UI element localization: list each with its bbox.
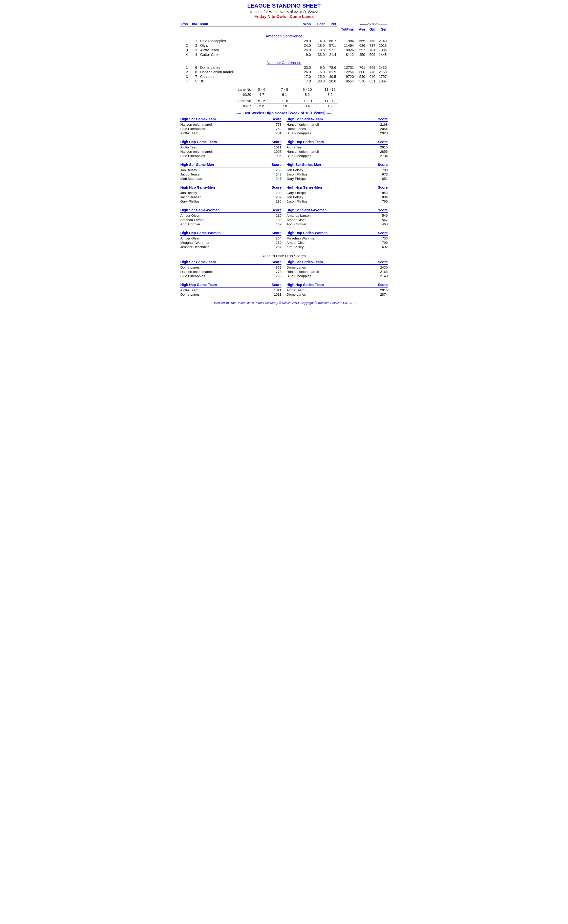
score-block-header: High Hcp Series-TeamScore: [287, 140, 388, 145]
score-label: Score: [378, 283, 388, 287]
player-name: Jacob Jensen: [180, 195, 269, 199]
player-score: 257: [269, 245, 281, 249]
score-entry-row: April Cormier463: [287, 222, 388, 226]
player-name: Hansen onion martell: [287, 123, 375, 127]
col-gm: Gm: [366, 27, 376, 32]
score-label: Score: [272, 185, 281, 189]
player-score: 2734: [375, 154, 388, 158]
team-tm: 4: [189, 52, 198, 57]
player-name: Jon Belsey: [287, 168, 375, 172]
score-entry-row: Jon Belsey290: [180, 191, 281, 195]
player-name: Jon Belsey: [180, 168, 269, 172]
player-score: 2874: [375, 293, 388, 296]
score-label: Score: [378, 208, 388, 212]
team-totpins: 8654: [337, 79, 355, 83]
score-label: Score: [272, 283, 281, 287]
score-entry-row: Gary Phillips843: [287, 191, 388, 195]
player-score: 248: [269, 172, 281, 176]
team-won: 33.0: [298, 65, 312, 70]
last-week-title: ---- Last Week's High Scores (Week of 10…: [180, 111, 388, 115]
score-category-title: High Hcp Series-Men: [287, 185, 322, 189]
lane-col-value: 3 4: [300, 104, 315, 108]
score-entry-row: Blue Pineapples996: [180, 154, 281, 158]
score-category-row: High Hcp Game-TeamScoreAlotta Team1011Ha…: [180, 140, 388, 159]
lane-col-value: 11 - 12: [322, 88, 338, 92]
lane-col-value: 11 - 12: [322, 99, 338, 103]
score-category-title: High Hcp Game-Men: [180, 185, 215, 189]
lane-col-value: 5 - 6: [254, 99, 269, 103]
team-won: 28.0: [298, 39, 312, 43]
lane-col-value: 9 - 10: [300, 88, 315, 92]
score-category-title: High Scr Game-Women: [180, 208, 219, 212]
score-block: High Scr Series-WomenScoreAmanda Larson5…: [287, 208, 388, 226]
team-pct: 66.7: [326, 39, 337, 43]
score-category-row: High Scr Game-MenScoreJon Belsey258Jacob…: [180, 163, 388, 182]
score-block-header: High Scr Series-MenScore: [287, 163, 388, 168]
score-block-header: High Scr Series-TeamScore: [287, 260, 388, 265]
score-entry-row: Alotta Team1011: [180, 145, 281, 149]
score-entry-row: Jennifer Deschaine257: [180, 245, 281, 249]
score-entry-row: Amber Olsen547: [287, 218, 388, 222]
team-ave: 450: [355, 52, 366, 57]
team-lost: 33.0: [312, 52, 326, 57]
team-ave: 576: [355, 79, 366, 83]
score-block: High Scr Game-TeamScoreDome Lanes869Hans…: [180, 260, 281, 278]
score-entry-row: Hansen onion martell2168: [287, 270, 388, 274]
score-block-header: High Hcp Game-TeamScore: [180, 283, 281, 287]
table-row: 1 1 Blue Pineapples 28.0 14.0 66.7 11984…: [180, 39, 388, 43]
player-name: Blue Pineapples: [180, 274, 269, 278]
col-tm: Tm#: [189, 21, 198, 27]
col-pct: Pct: [326, 21, 337, 27]
team-won: 24.0: [298, 48, 312, 52]
team-gm: 651: [366, 79, 376, 83]
lane-col-value: 4 7: [254, 92, 269, 97]
score-block-header: High Hcp Series-WomenScore: [287, 231, 388, 236]
team-tm: 2: [189, 43, 198, 48]
score-category-row: High Scr Game-TeamScoreDome Lanes869Hans…: [180, 260, 388, 279]
player-score: 2020: [375, 131, 388, 135]
team-name: Alotta Team: [198, 48, 298, 52]
team-pct: 57.1: [326, 43, 337, 48]
team-won: 26.0: [298, 70, 312, 74]
score-entry-row: Blue Pineapples758: [180, 274, 281, 278]
score-block-header: High Hcp Game-TeamScore: [180, 140, 281, 145]
score-block: High Scr Game-WomenScoreAmber Olsen210Am…: [180, 208, 281, 226]
team-tm: 5: [189, 79, 198, 83]
player-name: Alotta Team: [287, 145, 375, 149]
score-entry-row: Dome Lanes2430: [287, 265, 388, 270]
score-block: High Hcp Series-TeamScoreAlotta Team2916…: [287, 283, 388, 297]
score-block: High Hcp Series-TeamScoreAlotta Team2916…: [287, 140, 388, 158]
score-block: High Hcp Series-MenScoreGary Phillips843…: [287, 185, 388, 204]
player-name: Gary Phillips: [287, 177, 375, 181]
score-block-header: High Hcp Game-MenScore: [180, 185, 281, 190]
team-ave: 557: [355, 48, 366, 52]
score-entry-row: Blue Pineapples2140: [287, 274, 388, 278]
score-entry-row: Matt Marineau245: [180, 177, 281, 181]
score-label: Score: [272, 260, 281, 264]
team-ave: 680: [355, 70, 366, 74]
conf-header-national: National Conference: [267, 60, 301, 65]
player-name: Jacob Jensen: [180, 172, 269, 176]
player-name: Dome Lanes: [287, 293, 375, 296]
player-score: 2916: [375, 288, 388, 292]
score-block: High Scr Game-TeamScoreHansen onion mart…: [180, 117, 281, 135]
score-category-title: High Hcp Series-Team: [287, 140, 324, 144]
lane-col-value: 7 8: [277, 104, 292, 108]
player-score: 804: [375, 195, 388, 199]
team-pos: 1: [180, 39, 189, 43]
score-entry-row: Alotta Team1011: [180, 288, 281, 292]
score-category-title: High Scr Series-Women: [287, 208, 326, 212]
col-pos: Pos: [180, 21, 189, 27]
lane-assignments-1020: Lane No5 - 67 - 89 - 1011 - 1210/204 76 …: [180, 88, 388, 97]
score-entry-row: Amber Olsen264: [180, 236, 281, 240]
player-score: 778: [269, 270, 281, 273]
table-row: 2 2 Oly's 24.0 18.0 57.1 11464 636 717 2…: [180, 43, 388, 48]
score-category-title: High Hcp Series-Women: [287, 231, 328, 235]
player-score: 260: [269, 241, 281, 245]
score-block-header: High Scr Game-WomenScore: [180, 208, 281, 213]
player-name: Hansen onion martell: [287, 150, 375, 154]
team-ser: 1448: [376, 52, 388, 57]
player-score: 2855: [375, 150, 388, 154]
team-name: Hansen onion martell: [198, 70, 298, 74]
team-lost: 16.0: [312, 70, 326, 74]
